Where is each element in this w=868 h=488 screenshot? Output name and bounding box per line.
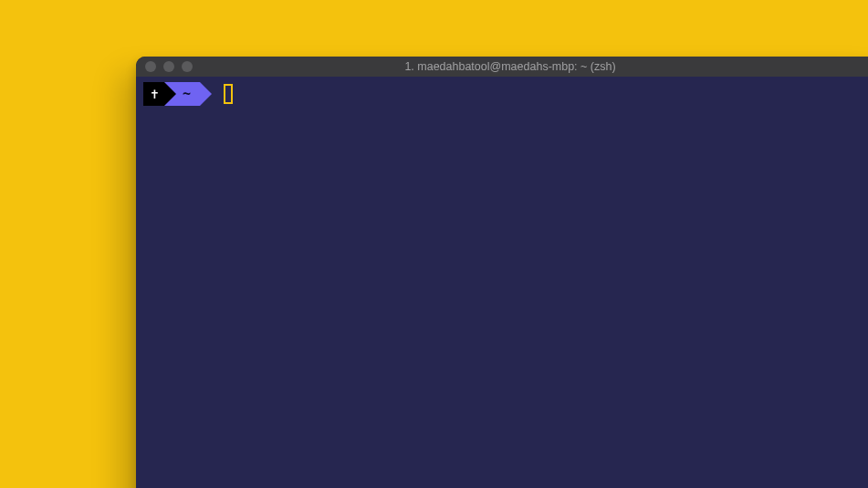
cross-icon: ✝ xyxy=(151,82,159,106)
window-title: 1. maedahbatool@maedahs-mbp: ~ (zsh) xyxy=(136,60,868,73)
traffic-lights xyxy=(136,61,193,72)
window-titlebar: 1. maedahbatool@maedahs-mbp: ~ (zsh) xyxy=(136,57,868,77)
minimize-button[interactable] xyxy=(163,61,174,72)
terminal-body[interactable]: ✝ ~ xyxy=(136,77,868,488)
close-button[interactable] xyxy=(145,61,156,72)
zoom-button[interactable] xyxy=(182,61,193,72)
cursor xyxy=(224,84,233,104)
prompt-line: ✝ ~ xyxy=(143,82,233,106)
prompt-segment-status: ✝ xyxy=(143,82,164,106)
terminal-window: 1. maedahbatool@maedahs-mbp: ~ (zsh) ✝ ~ xyxy=(136,57,868,488)
path-label: ~ xyxy=(183,82,191,106)
